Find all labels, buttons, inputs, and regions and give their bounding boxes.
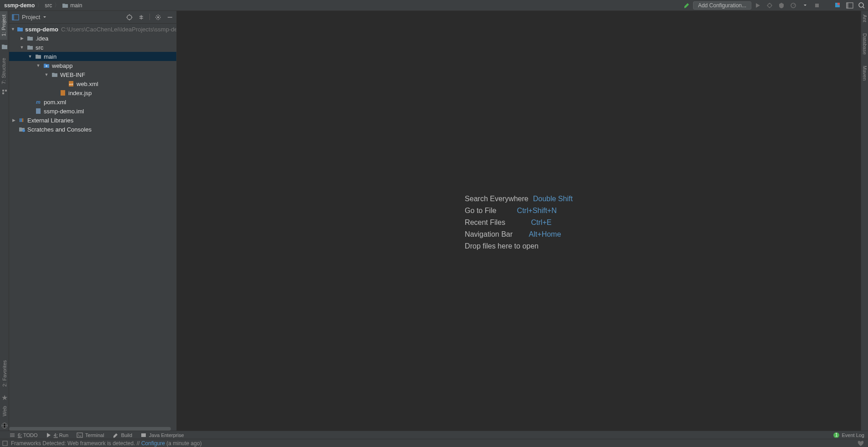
tree-node-selected[interactable]: ▼ main xyxy=(9,52,176,61)
hammer-build-icon[interactable] xyxy=(683,2,690,9)
iml-file-icon xyxy=(35,108,42,114)
search-icon[interactable] xyxy=(858,2,865,9)
module-icon xyxy=(17,26,23,32)
tree-node-label: .idea xyxy=(36,35,48,42)
collapse-arrow-icon[interactable]: ▼ xyxy=(19,45,25,50)
layout-icon[interactable] xyxy=(846,2,853,9)
tree-node-label: main xyxy=(44,53,56,60)
locate-icon[interactable] xyxy=(126,14,133,21)
tree-node-label: src xyxy=(36,44,43,51)
tool-tab-ant[interactable]: Ant xyxy=(861,11,868,26)
tool-btn-run[interactable]: 4: Run xyxy=(46,432,68,438)
tree-node-label: ssmp-demo.iml xyxy=(44,108,84,115)
tool-tab-structure[interactable]: 7: Structure xyxy=(0,54,7,88)
chevron-down-icon xyxy=(43,15,46,19)
tree-node[interactable]: ▼ webapp xyxy=(9,61,176,70)
tree-node-label: Scratches and Consoles xyxy=(27,126,92,133)
collapse-arrow-icon[interactable]: ▼ xyxy=(36,63,41,68)
git-icon[interactable] xyxy=(834,2,842,9)
web-folder-icon xyxy=(43,63,50,68)
tree-node[interactable]: ▼ WEB-INF xyxy=(9,70,176,79)
folder-icon xyxy=(26,36,34,41)
bottom-tool-stripe: 6: TODO 4: Run Terminal Build Java Enter… xyxy=(0,431,868,439)
tree-node-file[interactable]: ssmp-demo.iml xyxy=(9,107,176,116)
svg-point-13 xyxy=(157,16,159,18)
tool-tab-web[interactable]: Web xyxy=(1,402,8,420)
heart-icon[interactable] xyxy=(857,440,868,447)
tree-node-label: web.xml xyxy=(77,81,98,87)
tip-shortcut: Alt+Home xyxy=(529,230,573,239)
tool-btn-todo[interactable]: 6: TODO xyxy=(9,432,38,438)
globe-icon xyxy=(1,422,8,429)
jsp-file-icon xyxy=(59,90,67,96)
tool-tab-database[interactable]: Database xyxy=(861,30,868,58)
navigation-bar: ssmp-demo 〉 src 〉 main Add Configuration… xyxy=(0,0,868,11)
tool-btn-terminal[interactable]: Terminal xyxy=(77,432,104,438)
tree-node-file[interactable]: index.jsp xyxy=(9,88,176,97)
svg-rect-4 xyxy=(847,3,848,8)
tree-node-file[interactable]: m pom.xml xyxy=(9,97,176,107)
tree-node[interactable]: ▶ .idea xyxy=(9,34,176,43)
expand-arrow-icon[interactable]: ▶ xyxy=(19,36,25,41)
svg-rect-24 xyxy=(77,433,82,437)
editor-empty-state[interactable]: Search Everywhere Double Shift Go to Fil… xyxy=(177,11,861,431)
collapse-arrow-icon[interactable]: ▼ xyxy=(11,27,15,31)
tip-row: Navigation Bar Alt+Home xyxy=(465,230,573,239)
tool-tab-maven[interactable]: Maven xyxy=(861,62,868,84)
tip-label: Navigation Bar xyxy=(465,230,524,239)
breadcrumb-item[interactable]: src xyxy=(43,2,53,9)
event-badge: 1 xyxy=(833,432,840,438)
star-icon: ★ xyxy=(1,393,8,400)
tool-tab-project[interactable]: 1: Project xyxy=(0,11,7,40)
svg-rect-25 xyxy=(141,433,146,437)
tree-root-node[interactable]: ▼ ssmp-demo C:\Users\CaoChenLei\IdeaProj… xyxy=(9,25,176,34)
svg-point-23 xyxy=(22,129,25,132)
tool-windows-icon[interactable] xyxy=(2,440,8,447)
svg-rect-8 xyxy=(2,92,4,94)
stop-icon[interactable] xyxy=(813,2,821,9)
coverage-icon[interactable] xyxy=(778,2,785,9)
breadcrumb-root[interactable]: ssmp-demo xyxy=(3,2,36,9)
tip-shortcut: Double Shift xyxy=(533,195,573,203)
horizontal-scrollbar[interactable] xyxy=(9,427,171,431)
status-configure-link[interactable]: Configure xyxy=(141,440,165,447)
tool-tab-favorites[interactable]: 2: Favorites xyxy=(1,356,8,390)
svg-rect-20 xyxy=(20,118,21,122)
folder-icon xyxy=(35,54,42,59)
tree-node[interactable]: Scratches and Consoles xyxy=(9,125,176,134)
add-configuration-button[interactable]: Add Configuration... xyxy=(693,1,751,10)
expand-arrow-icon[interactable]: ▶ xyxy=(11,118,16,122)
svg-rect-17 xyxy=(61,90,65,96)
chevron-down-icon[interactable] xyxy=(801,2,809,9)
hide-icon[interactable] xyxy=(166,14,174,21)
breadcrumb[interactable]: ssmp-demo 〉 src 〉 main xyxy=(3,1,83,9)
breadcrumb-sep-icon: 〉 xyxy=(54,1,60,9)
tool-btn-java-enterprise[interactable]: Java Enterprise xyxy=(140,432,184,438)
drop-hint: Drop files here to open xyxy=(465,242,573,250)
status-message: Frameworks Detected: Web framework is de… xyxy=(11,440,202,447)
project-tree[interactable]: ▼ ssmp-demo C:\Users\CaoChenLei\IdeaProj… xyxy=(9,24,176,431)
breadcrumb-item[interactable]: main xyxy=(61,2,83,9)
debug-icon[interactable] xyxy=(766,2,773,9)
collapse-arrow-icon[interactable]: ▼ xyxy=(44,72,49,77)
tree-node-file[interactable]: xml web.xml xyxy=(9,79,176,88)
tool-btn-build[interactable]: Build xyxy=(113,432,132,438)
tip-row: Recent Files Ctrl+E xyxy=(465,218,573,227)
tip-label: Search Everywhere xyxy=(465,195,529,203)
tool-btn-event-log[interactable]: 1 Event Log xyxy=(833,432,864,438)
project-panel-title[interactable]: Project xyxy=(22,14,46,20)
run-toolbar xyxy=(754,2,865,9)
tip-row: Search Everywhere Double Shift xyxy=(465,195,573,203)
breadcrumb-sep-icon: 〉 xyxy=(37,1,42,9)
tree-node[interactable]: ▶ External Libraries xyxy=(9,116,176,125)
profile-icon[interactable] xyxy=(790,2,797,9)
project-panel-header: Project xyxy=(9,11,176,24)
welcome-tips: Search Everywhere Double Shift Go to Fil… xyxy=(465,191,573,250)
collapse-arrow-icon[interactable]: ▼ xyxy=(27,54,33,59)
right-tool-stripe: Ant Database Maven xyxy=(861,11,868,431)
gear-icon[interactable] xyxy=(154,14,162,21)
svg-text:xml: xml xyxy=(69,83,73,86)
expand-all-icon[interactable] xyxy=(138,14,145,21)
run-icon[interactable] xyxy=(754,2,761,9)
tree-node[interactable]: ▼ src xyxy=(9,43,176,52)
